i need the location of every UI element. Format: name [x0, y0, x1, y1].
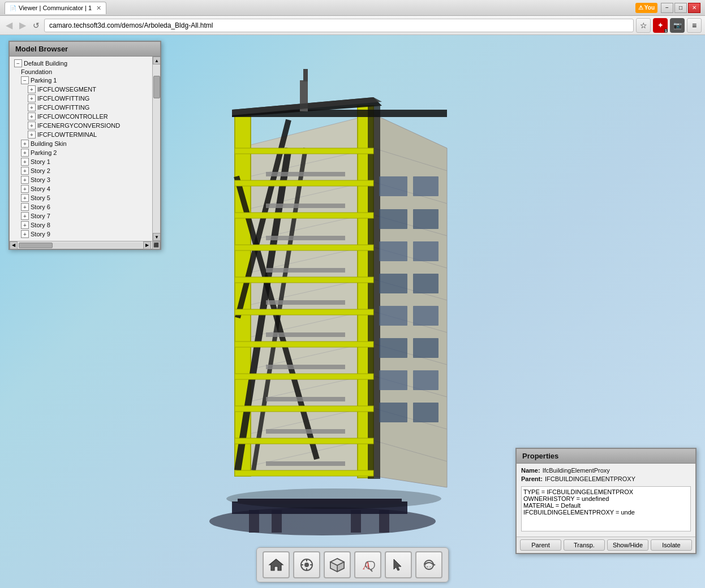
svg-rect-48	[379, 338, 407, 358]
tree-item-building-skin[interactable]: + Building Skin	[10, 139, 160, 148]
svg-rect-58	[266, 300, 345, 305]
main-viewport: Model Browser − Default Building Foundat…	[0, 35, 705, 588]
transparency-button[interactable]: Transp.	[564, 539, 605, 551]
close-button[interactable]: ✕	[688, 3, 700, 13]
select-button[interactable]	[385, 551, 412, 578]
tree-expand-story5[interactable]: +	[21, 194, 29, 202]
tree-item-ifcflowctrl[interactable]: + IFCFLOWCONTROLLER	[10, 112, 160, 121]
tree-item-parking2[interactable]: + Parking 2	[10, 148, 160, 157]
tree-expand-ifcflowterminal[interactable]: +	[28, 131, 36, 139]
properties-details-textarea[interactable]: TYPE = IFCBUILDINGELEMENTPROX OWNERHISTO…	[521, 486, 691, 531]
tree-expand-story1[interactable]: +	[21, 158, 29, 166]
ext-icon-2-symbol: 📷	[673, 21, 682, 29]
reset-icon	[299, 557, 315, 573]
tree-expand-parking1[interactable]: −	[21, 76, 29, 84]
cube-view-button[interactable]	[324, 551, 351, 578]
scrollbar-thumb[interactable]	[153, 76, 160, 98]
bookmark-button[interactable]: ☆	[636, 18, 651, 33]
properties-title-text: Properties	[522, 452, 558, 460]
tree-expand-parking2[interactable]: +	[21, 149, 29, 157]
hscroll-right-button[interactable]: ▶	[143, 241, 151, 249]
reload-button[interactable]: ↺	[31, 20, 42, 31]
scroll-down-button[interactable]: ▼	[153, 233, 160, 241]
svg-rect-38	[379, 176, 407, 196]
svg-rect-49	[413, 338, 439, 358]
tab-close-button[interactable]: ✕	[96, 5, 101, 12]
maximize-button[interactable]: □	[674, 3, 687, 13]
home-tool-button[interactable]	[263, 551, 290, 578]
hscroll-corner: ⬛	[152, 241, 160, 249]
ext-badge: 1	[664, 29, 668, 33]
tree-item-parking1[interactable]: − Parking 1	[10, 76, 160, 85]
tree-item-ifcflowfit1[interactable]: + IFCFLOWFITTING	[10, 94, 160, 103]
prop-parent-value: IFCBUILDINGELEMENTPROXY	[545, 475, 635, 482]
extension-icon-2[interactable]: 📷	[670, 18, 685, 33]
menu-button[interactable]: ≡	[687, 18, 702, 33]
parent-button[interactable]: Parent	[520, 539, 561, 551]
tree-expand-skin[interactable]: +	[21, 140, 29, 148]
tree-expand-ifcflowfit2[interactable]: +	[28, 103, 36, 111]
tree-expand-ifcenergy[interactable]: +	[28, 122, 36, 129]
tree-item-story7[interactable]: + Story 7	[10, 211, 160, 220]
svg-rect-55	[266, 204, 345, 208]
tree-item-story5[interactable]: + Story 5	[10, 193, 160, 202]
reset-view-button[interactable]	[293, 551, 320, 578]
tree-item-default-building[interactable]: − Default Building	[10, 59, 160, 68]
tree-item-ifcflowterminal[interactable]: + IFCFLOWTERMINAL	[10, 130, 160, 139]
back-button[interactable]: ◀	[3, 19, 15, 32]
tree-expand-ifcflowseg[interactable]: +	[28, 85, 36, 93]
hscroll-left-button[interactable]: ◀	[10, 241, 18, 249]
tree-item-story4[interactable]: + Story 4	[10, 184, 160, 193]
tree-item-ifcflowseg[interactable]: + IFCFLOWSEGMENT	[10, 85, 160, 94]
tree-expand-story2[interactable]: +	[21, 167, 29, 175]
tree-expand-story3[interactable]: +	[21, 176, 29, 184]
tree-expand-story8[interactable]: +	[21, 221, 29, 229]
hscroll-thumb[interactable]	[19, 243, 53, 248]
show-hide-button[interactable]: Show/Hide	[607, 539, 648, 551]
svg-marker-91	[394, 559, 401, 570]
svg-rect-42	[379, 241, 407, 261]
tree-item-foundation[interactable]: Foundation	[10, 68, 160, 76]
tree-expand-story4[interactable]: +	[21, 185, 29, 193]
browser-tab[interactable]: 📄 Viewer | Communicator | 1 ✕	[5, 2, 106, 14]
svg-rect-76	[303, 69, 308, 81]
tree-expand-story7[interactable]: +	[21, 212, 29, 220]
tree-item-story1[interactable]: + Story 1	[10, 157, 160, 166]
tree-item-ifcenergy[interactable]: + IFCENERGYCONVERSIOND	[10, 121, 160, 130]
scroll-up-button[interactable]: ▲	[153, 57, 160, 64]
address-bar[interactable]	[44, 19, 634, 32]
svg-marker-93	[433, 564, 436, 566]
tree-label-story8: Story 8	[31, 222, 50, 228]
tree-item-ifcflowfit2[interactable]: + IFCFLOWFITTING	[10, 103, 160, 112]
svg-rect-39	[413, 176, 439, 196]
svg-rect-41	[413, 209, 439, 229]
tree-scrollbar[interactable]: ▲ ▼	[152, 57, 160, 241]
minimize-button[interactable]: −	[661, 3, 673, 13]
tree-item-story8[interactable]: + Story 8	[10, 220, 160, 230]
isolate-button[interactable]: Isolate	[651, 539, 692, 551]
notification-icon: ⚠	[638, 5, 643, 11]
tree-expand-ifcflowctrl[interactable]: +	[28, 113, 36, 120]
tree-expand-ifcflowfit1[interactable]: +	[28, 94, 36, 102]
browser-titlebar: 📄 Viewer | Communicator | 1 ✕ ⚠ You − □ …	[0, 0, 705, 16]
tree-expand-default[interactable]: −	[14, 59, 22, 67]
tree-hscrollbar: ◀ ▶ ⬛	[10, 241, 160, 249]
window-controls: ⚠ You − □ ✕	[635, 3, 700, 13]
tree-item-story6[interactable]: + Story 6	[10, 202, 160, 211]
svg-rect-63	[266, 461, 345, 466]
tree-label-ifcflowctrl: IFCFLOWCONTROLLER	[37, 113, 108, 120]
tree-expand-story9[interactable]: +	[21, 230, 29, 238]
forward-button[interactable]: ▶	[17, 19, 28, 32]
tree-expand-story6[interactable]: +	[21, 203, 29, 211]
tree-item-story2[interactable]: + Story 2	[10, 166, 160, 175]
orbit-button[interactable]	[415, 551, 442, 578]
tree-item-story3[interactable]: + Story 3	[10, 175, 160, 184]
prop-name-value: IfcBuildingElementProxy	[543, 467, 610, 474]
extension-icon-1[interactable]: ✦ 1	[653, 18, 668, 33]
text-annotation-icon: A	[360, 557, 376, 573]
properties-content: Name: IfcBuildingElementProxy Parent: IF…	[517, 464, 695, 537]
svg-rect-35	[368, 106, 380, 479]
tree-item-story9[interactable]: + Story 9	[10, 230, 160, 239]
ext-icon-symbol: ✦	[657, 21, 663, 29]
annotation-button[interactable]: A	[354, 551, 381, 578]
